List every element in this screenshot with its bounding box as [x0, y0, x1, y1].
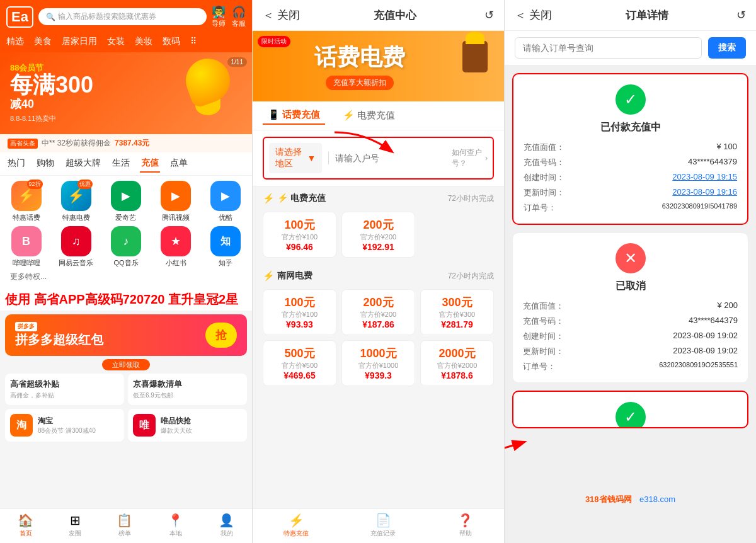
- p3-value-id2: 632023080919O2535551: [659, 361, 738, 372]
- p2-south-1000[interactable]: 1000元 官方价¥1000 ¥939.3: [341, 340, 415, 386]
- p1-logo: Ea: [6, 6, 33, 28]
- p1-vip-desc: 爆款天天砍: [161, 426, 242, 435]
- p3-order2-status-text: 已取消: [616, 280, 646, 293]
- p3-search-area: 搜索: [505, 31, 756, 66]
- p2-south-200[interactable]: 200元 官方价¥200 ¥187.86: [341, 289, 415, 335]
- p1-coupon-bar: 高省头条 中** 32秒前获得佣金 7387.43元: [0, 134, 252, 152]
- p1-card2-sub: 低至6.9元包邮: [133, 391, 242, 400]
- p1-nav-more[interactable]: ⠿: [190, 36, 197, 47]
- p3-label-updated1: 更新时间：: [524, 187, 564, 198]
- p1-bottom-circle[interactable]: ⊞ 发圈: [69, 513, 81, 538]
- p1-badge-92: 92折: [27, 180, 43, 189]
- p1-tab-recharge[interactable]: 充值: [140, 155, 160, 173]
- p3-label-id1: 订单号：: [524, 202, 556, 214]
- panel-order-details: ＜ 关闭 订单详情 ↺ 搜索 ✓ 已付款充值中 充值面值： ¥ 100 充值号码…: [504, 0, 756, 543]
- p2-bottom-help[interactable]: ❓ 帮助: [457, 513, 473, 538]
- p1-icon-qqmusic[interactable]: ♪ QQ音乐: [102, 226, 149, 268]
- p1-vip-name: 唯品快抢: [161, 416, 242, 426]
- p1-icon-bilibili[interactable]: B 哔哩哔哩: [3, 226, 50, 268]
- p3-search-button[interactable]: 搜索: [708, 37, 746, 59]
- p1-nav-meishi[interactable]: 美食: [34, 36, 52, 47]
- p1-taobao-desc: 88会员节 满300减40: [38, 426, 119, 435]
- p1-tab-brand[interactable]: 超级大牌: [64, 155, 102, 173]
- p1-card-补贴[interactable]: 高省超级补贴 高佣金，多补贴: [5, 374, 124, 405]
- p3-value-amount2: ¥ 200: [717, 300, 738, 312]
- p1-bottom-profile[interactable]: 👤 我的: [219, 513, 234, 538]
- p2-banner-badge: 限时活动: [258, 36, 290, 47]
- p2-south-100[interactable]: 100元 官方价¥100 ¥93.93: [263, 289, 336, 335]
- p1-bottom-local[interactable]: 📍 本地: [168, 513, 183, 538]
- p2-refresh-btn[interactable]: ↺: [484, 8, 494, 22]
- p1-tab-life[interactable]: 生活: [111, 155, 131, 173]
- p3-order-2: ✕ 已取消 充值面值： ¥ 200 充值号码： 43****644379 创建时…: [512, 232, 748, 383]
- p2-south-500[interactable]: 500元 官方价¥500 ¥469.65: [263, 340, 336, 386]
- p3-label-number1: 充值号码：: [524, 157, 564, 168]
- p3-header: ＜ 关闭 订单详情 ↺: [505, 0, 756, 31]
- p1-banner-line1: 每满300: [10, 74, 242, 96]
- p1-icon-xiaohongshu[interactable]: ★ 小红书: [152, 226, 200, 268]
- p1-icons-section: ⚡ 92折 特惠话费 ⚡ 优惠 特惠电费 ▶ 爱奇艺 ▶: [0, 176, 252, 289]
- p2-amount-200[interactable]: 200元 官方价¥200 ¥192.91: [341, 212, 415, 258]
- p3-value-updated1: 2023-08-09 19:16: [672, 187, 737, 198]
- p1-banner-sub: 8.8-8.11热卖中: [10, 114, 242, 123]
- p1-nav-shuma[interactable]: 数码: [163, 36, 180, 47]
- p3-order1-status-row: ✓ 已付款充值中: [524, 84, 737, 134]
- p1-nav-nvzhuang[interactable]: 女装: [107, 36, 125, 47]
- p2-divider: [328, 152, 329, 164]
- p1-service-icon[interactable]: 🎧 客服: [232, 5, 246, 28]
- p1-icon-iqiyi[interactable]: ▶ 爱奇艺: [102, 181, 149, 222]
- p1-icon-tencent[interactable]: ▶ 腾讯视频: [152, 181, 200, 222]
- p3-order2-cancel-icon: ✕: [616, 243, 646, 273]
- p2-help-link[interactable]: 如何查户号？ ›: [452, 147, 488, 169]
- p1-icon-phone[interactable]: ⚡ 92折 特惠话费: [3, 181, 50, 222]
- p1-icon-netease-symbol: ♫: [72, 235, 81, 248]
- p1-guide-icon[interactable]: 👨‍🏫 导师: [212, 5, 226, 28]
- p1-icon-youku[interactable]: ▶ 优酷: [202, 181, 249, 222]
- p1-pdd-banner[interactable]: 拼多多 拼多多超级红包 抢 立即领取: [5, 314, 247, 370]
- p3-label-updated2: 更新时间：: [523, 346, 564, 357]
- p3-refresh-btn[interactable]: ↺: [736, 8, 746, 22]
- p1-bottom-rank[interactable]: 📋 榜单: [117, 513, 132, 538]
- p1-nav-jujiayiyong[interactable]: 居家日用: [62, 36, 97, 47]
- p2-bottom-records[interactable]: 📄 充值记录: [370, 513, 396, 538]
- p1-icon-zhihu[interactable]: 知 知乎: [202, 226, 249, 268]
- p2-region-select[interactable]: 请选择地区 ▼: [269, 143, 322, 173]
- p3-order1-status-text: 已付款充值中: [600, 121, 661, 134]
- p2-south-2000[interactable]: 2000元 官方价¥2000 ¥1878.6: [420, 340, 494, 386]
- p2-amount-100[interactable]: 100元 官方价¥100 ¥96.46: [263, 212, 336, 258]
- p3-close-btn[interactable]: ＜ 关闭: [515, 8, 552, 23]
- p1-bottom-home[interactable]: 🏠 首页: [18, 513, 33, 538]
- p1-icon-netease-label: 网易云音乐: [59, 258, 93, 268]
- p1-banner-line2: 减40: [10, 96, 242, 111]
- p3-value-updated2: 2023-08-09 19:02: [673, 346, 738, 357]
- p2-south-section: ⚡ 南网电费 72小时内完成: [253, 264, 504, 289]
- p2-south-300[interactable]: 300元 官方价¥300 ¥281.79: [420, 289, 494, 335]
- p2-close-btn[interactable]: ＜ 关闭: [263, 8, 300, 23]
- p2-banner-main: 话费电费 充值享大额折扣: [263, 42, 456, 90]
- p1-icons-grid-row1: ⚡ 92折 特惠话费 ⚡ 优惠 特惠电费 ▶ 爱奇艺 ▶: [3, 181, 249, 222]
- p1-icon-electric[interactable]: ⚡ 优惠 特惠电费: [52, 181, 100, 222]
- p1-card2-title: 京喜爆款清单: [133, 379, 242, 390]
- p3-order-search-input[interactable]: [515, 37, 702, 59]
- p1-tab-shopping[interactable]: 购物: [35, 155, 55, 173]
- p3-value-created2: 2023-08-09 19:02: [673, 331, 738, 342]
- p1-nav-jingxuan[interactable]: 精选: [6, 36, 24, 47]
- p2-account-input[interactable]: [335, 153, 445, 163]
- p1-pdd-btn[interactable]: 抢: [205, 323, 237, 348]
- p1-icon-netease[interactable]: ♫ 网易云音乐: [52, 226, 100, 268]
- p1-more-link[interactable]: 更多特权...: [3, 268, 249, 286]
- p1-search-bar[interactable]: 🔍 输入商品标题搜索隐藏优惠券: [38, 8, 207, 25]
- p1-tab-order[interactable]: 点单: [169, 155, 189, 173]
- p2-tab-electric[interactable]: ⚡ 电费充值: [338, 106, 400, 125]
- p1-tab-hot[interactable]: 热门: [6, 155, 26, 173]
- p1-pdd-sub: 立即领取: [102, 359, 150, 370]
- p1-vip-card[interactable]: 唯 唯品快抢 爆款天天砍: [128, 409, 247, 442]
- p2-header: ＜ 关闭 充值中心 ↺: [253, 0, 504, 31]
- p1-taobao-card[interactable]: 淘 淘宝 88会员节 满300减40: [5, 409, 124, 442]
- p3-label-created1: 创建时间：: [524, 172, 564, 183]
- p2-tab-phone[interactable]: 📱 话费充值: [263, 106, 325, 125]
- p3-order2-id: 订单号： 632023080919O2535551: [523, 361, 738, 372]
- p1-nav-meizhuang[interactable]: 美妆: [135, 36, 152, 47]
- p2-bottom-recharge[interactable]: ⚡ 特惠充值: [284, 513, 309, 538]
- p1-card-京喜[interactable]: 京喜爆款清单 低至6.9元包邮: [128, 374, 247, 405]
